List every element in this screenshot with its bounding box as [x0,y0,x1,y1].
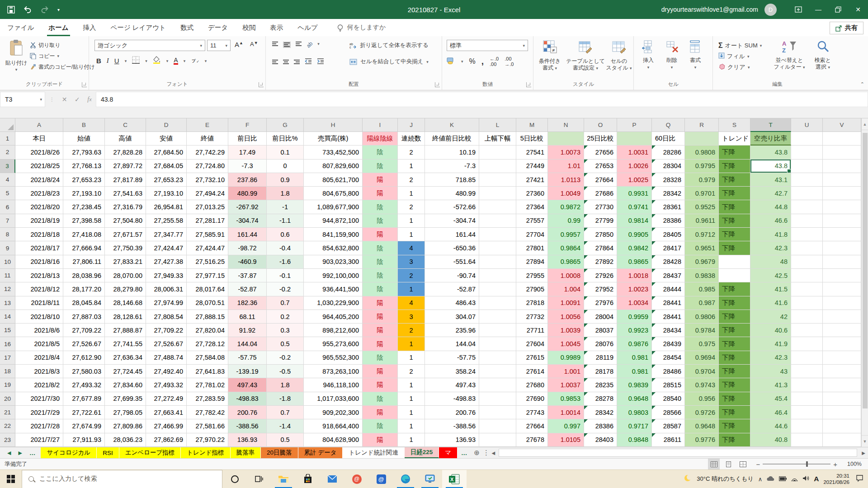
cell[interactable]: 2021/8/10 [15,310,63,324]
cell[interactable]: 27,782.42 [187,406,228,419]
cell[interactable]: 4 [398,241,425,255]
cell[interactable]: -388.56 [425,419,479,433]
cell[interactable]: 27892 [584,255,617,269]
cell[interactable]: 46.6 [750,214,791,228]
cell[interactable]: 44.8 [750,200,791,214]
cell[interactable]: 27730 [584,200,617,214]
cell[interactable]: 27,977.15 [187,269,228,282]
cell[interactable]: 陽 [363,378,398,392]
cell[interactable]: 718.85 [425,173,479,187]
cell[interactable]: -650.36 [425,241,479,255]
cell[interactable]: 2021/8/4 [15,351,63,365]
cell[interactable]: 下降 [719,241,750,255]
cell[interactable] [479,378,516,392]
cell[interactable]: 1 [398,214,425,228]
cell[interactable] [719,255,750,269]
cell[interactable]: 27,636.34 [105,351,146,365]
cell[interactable]: -0.2 [267,282,304,296]
cell[interactable] [791,406,823,419]
cell[interactable]: 27,316.79 [105,200,146,214]
hscroll-right-icon[interactable]: ▶ [859,447,868,458]
cell[interactable]: 2 [398,145,425,159]
cell[interactable]: 28428 [652,255,685,269]
column-header-G[interactable]: G [267,118,304,132]
cell[interactable]: 下降 [719,406,750,419]
cell[interactable]: 0.9842 [617,241,652,255]
cell[interactable]: 下降 [719,173,750,187]
sheet-tab-20日騰落[interactable]: 20日騰落 [261,447,298,458]
font-dialog-launcher[interactable] [259,82,264,87]
font-name-combo[interactable]: 游ゴシック▾ [94,40,205,51]
cell[interactable]: 358.24 [425,365,479,378]
cell[interactable]: 3 [398,310,425,324]
cell[interactable]: 27,653.23 [146,173,187,187]
cell[interactable]: 1.0034 [617,296,652,310]
scroll-down-icon[interactable]: ▼ [862,435,868,447]
cell[interactable]: 27,424.47 [146,241,187,255]
cell[interactable]: 27,193.10 [146,187,187,200]
cell[interactable] [791,351,823,365]
cell[interactable]: 42.3 [750,351,791,365]
cell[interactable]: 2021/8/6 [15,324,63,337]
cell[interactable]: 27711 [516,324,548,337]
cell[interactable]: 27,862.69 [146,433,187,447]
cell[interactable]: 27,418.08 [63,228,105,241]
cell[interactable]: -1.8 [267,392,304,406]
cell[interactable]: 27,493.32 [63,378,105,392]
cell[interactable]: 27,398.58 [63,214,105,228]
cell[interactable]: 下降 [719,200,750,214]
cell[interactable]: 27,612.90 [63,351,105,365]
cell[interactable]: 28403 [584,433,617,447]
cell[interactable] [479,145,516,159]
cell[interactable]: 27,671.57 [105,228,146,241]
cell[interactable]: 下降 [719,310,750,324]
cell[interactable]: 0.9648 [617,392,652,406]
cell[interactable]: 0.6 [267,228,304,241]
cell[interactable]: 2 [398,324,425,337]
cell[interactable]: 27,834.60 [105,378,146,392]
cell[interactable] [685,132,719,145]
cell[interactable]: 陰 [363,241,398,255]
cell[interactable]: 964,405,200 [304,310,363,324]
cell[interactable]: 27,709.22 [146,324,187,337]
cell[interactable]: 0.7 [267,406,304,419]
cell[interactable]: 27,585.91 [187,228,228,241]
cell[interactable]: 28,036.23 [105,433,146,447]
cell[interactable]: 27,817.89 [105,173,146,187]
onedrive-icon[interactable] [767,476,774,483]
tray-clock[interactable]: 20:312021/08/26 [823,473,849,485]
cell[interactable]: 陰 [363,255,398,269]
cell[interactable]: 0.9679 [685,255,719,269]
cell[interactable]: 陽 [363,173,398,187]
cell[interactable] [479,200,516,214]
cell[interactable]: -0.1 [267,269,304,282]
cell[interactable]: 28,070.00 [105,269,146,282]
zoom-out-icon[interactable]: − [756,460,760,468]
cell[interactable]: 0.9853 [548,392,584,406]
column-header-F[interactable]: F [228,118,267,132]
cell[interactable]: 0.9741 [617,200,652,214]
cell[interactable]: 2021/7/29 [15,406,63,419]
cell[interactable] [791,200,823,214]
cell[interactable] [719,269,750,282]
cell[interactable] [823,351,861,365]
cell[interactable]: -0.5 [267,365,304,378]
cell[interactable]: 0.9989 [548,351,584,365]
collapse-ribbon-icon[interactable]: ⌃ [860,81,864,87]
column-header-R[interactable]: R [685,118,719,132]
cell[interactable]: 0.9957 [548,228,584,241]
cell[interactable]: 27614 [516,365,548,378]
cell[interactable]: 2021/8/12 [15,282,63,296]
cell[interactable]: -98.72 [228,241,267,255]
ribbon-display-options-icon[interactable] [788,0,808,19]
cell[interactable] [823,392,861,406]
fill-color-icon[interactable] [153,56,161,66]
cell[interactable]: 27864 [584,241,617,255]
cell[interactable]: 陽 [363,296,398,310]
cell[interactable]: 下降 [719,433,750,447]
align-middle-icon[interactable] [283,42,291,48]
cell[interactable]: 27653 [584,160,617,173]
cell[interactable] [479,433,516,447]
cell[interactable]: 2021/8/20 [15,200,63,214]
sheetbar-splitter[interactable]: ⋮ [483,447,490,458]
